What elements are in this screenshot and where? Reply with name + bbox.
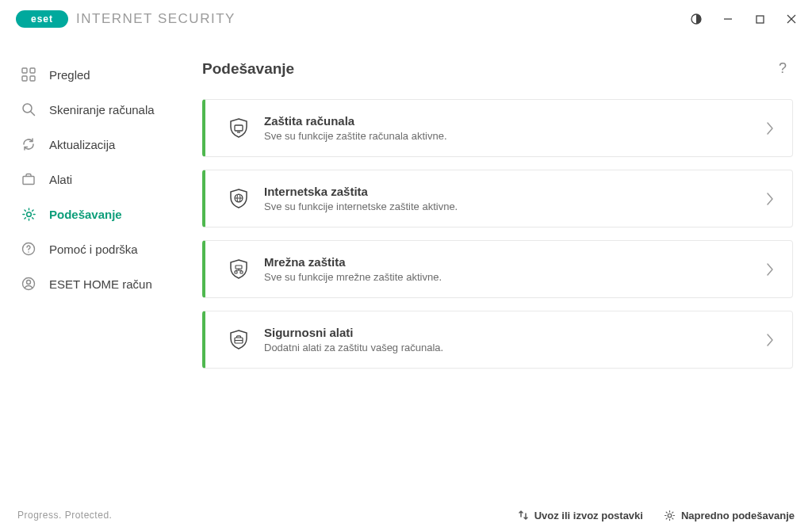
page-header: Podešavanje ? bbox=[202, 57, 793, 80]
sidebar-item-overview[interactable]: Pregled bbox=[0, 57, 202, 92]
title-bar: eset INTERNET SECURITY bbox=[0, 0, 812, 38]
card-computer-protection[interactable]: Zaštita računala Sve su funkcije zaštite… bbox=[202, 99, 793, 157]
card-body: Sigurnosni alati Dodatni alati za zaštit… bbox=[264, 326, 765, 353]
eset-logo-icon: eset bbox=[16, 10, 68, 28]
card-internet-protection[interactable]: Internetska zaštita Sve su funkcije inte… bbox=[202, 170, 793, 227]
overview-icon bbox=[21, 67, 36, 82]
card-desc: Sve su funkcije internetske zaštite akti… bbox=[264, 201, 765, 212]
sidebar-item-label: Podešavanje bbox=[49, 208, 122, 221]
svg-point-18 bbox=[27, 281, 31, 285]
svg-point-14 bbox=[26, 212, 31, 216]
magnifier-icon bbox=[21, 101, 36, 117]
svg-point-16 bbox=[28, 251, 29, 253]
card-security-tools[interactable]: Sigurnosni alati Dodatni alati za zaštit… bbox=[202, 311, 793, 369]
svg-rect-4 bbox=[756, 16, 764, 23]
svg-rect-19 bbox=[235, 125, 243, 131]
card-body: Mrežna zaštita Sve su funkcije mrežne za… bbox=[264, 255, 765, 283]
main-layout: Pregled Skeniranje računala Aktualizacij… bbox=[0, 38, 812, 499]
theme-toggle-button[interactable] bbox=[682, 7, 710, 31]
chevron-right-icon bbox=[765, 262, 775, 277]
svg-rect-24 bbox=[236, 266, 242, 269]
svg-text:eset: eset bbox=[31, 13, 53, 25]
refresh-icon bbox=[21, 136, 36, 152]
product-name: INTERNET SECURITY bbox=[76, 11, 236, 27]
card-body: Zaštita računala Sve su funkcije zaštite… bbox=[264, 114, 765, 142]
footer-actions: Uvoz ili izvoz postavki Napredno podešav… bbox=[518, 510, 795, 521]
svg-rect-13 bbox=[23, 177, 34, 185]
sidebar-item-label: Alati bbox=[49, 173, 72, 186]
sidebar-item-settings[interactable]: Podešavanje bbox=[0, 197, 202, 231]
help-icon[interactable]: ? bbox=[776, 57, 790, 80]
svg-rect-25 bbox=[235, 271, 237, 273]
sidebar-item-label: Pregled bbox=[49, 68, 90, 82]
advanced-settings-button[interactable]: Napredno podešavanje bbox=[664, 510, 795, 521]
card-title: Zaštita računala bbox=[264, 114, 765, 128]
question-circle-icon bbox=[21, 241, 36, 257]
card-desc: Dodatni alati za zaštitu vašeg računala. bbox=[264, 342, 765, 353]
sidebar-item-label: ESET HOME račun bbox=[49, 277, 152, 291]
svg-line-12 bbox=[31, 112, 35, 116]
card-network-protection[interactable]: Mrežna zaštita Sve su funkcije mrežne za… bbox=[202, 240, 793, 298]
sidebar: Pregled Skeniranje računala Aktualizacij… bbox=[0, 38, 202, 499]
page-title: Podešavanje bbox=[202, 60, 294, 78]
sidebar-item-label: Aktualizacija bbox=[49, 138, 115, 151]
footer-action-label: Uvoz ili izvoz postavki bbox=[534, 510, 643, 521]
minimize-button[interactable] bbox=[714, 7, 742, 31]
maximize-button[interactable] bbox=[745, 7, 774, 31]
card-title: Mrežna zaštita bbox=[264, 255, 765, 269]
import-export-button[interactable]: Uvoz ili izvoz postavki bbox=[518, 510, 643, 521]
import-export-icon bbox=[518, 510, 529, 521]
shield-monitor-icon bbox=[220, 117, 258, 140]
svg-rect-26 bbox=[240, 271, 243, 273]
chevron-right-icon bbox=[765, 332, 775, 348]
sidebar-item-label: Skeniranje računala bbox=[49, 103, 155, 117]
sidebar-item-scan[interactable]: Skeniranje računala bbox=[0, 92, 202, 127]
gear-icon bbox=[664, 510, 676, 521]
footer: Progress. Protected. Uvoz ili izvoz post… bbox=[0, 499, 812, 531]
briefcase-icon bbox=[21, 171, 36, 187]
user-circle-icon bbox=[21, 276, 36, 292]
card-desc: Sve su funkcije mrežne zaštite aktivne. bbox=[264, 271, 765, 283]
svg-rect-7 bbox=[22, 68, 27, 73]
footer-tagline: Progress. Protected. bbox=[17, 510, 112, 521]
card-body: Internetska zaštita Sve su funkcije inte… bbox=[264, 185, 765, 212]
gear-icon bbox=[21, 206, 36, 222]
sidebar-item-account[interactable]: ESET HOME račun bbox=[0, 266, 202, 301]
svg-point-33 bbox=[668, 514, 672, 518]
card-desc: Sve su funkcije zaštite računala aktivne… bbox=[264, 130, 765, 142]
brand: eset INTERNET SECURITY bbox=[16, 10, 236, 28]
settings-cards: Zaštita računala Sve su funkcije zaštite… bbox=[202, 99, 793, 369]
chevron-right-icon bbox=[765, 120, 775, 136]
window-controls bbox=[682, 7, 806, 31]
sidebar-item-help[interactable]: Pomoć i podrška bbox=[0, 231, 202, 266]
shield-globe-icon bbox=[220, 187, 258, 211]
sidebar-item-update[interactable]: Aktualizacija bbox=[0, 127, 202, 162]
sidebar-item-tools[interactable]: Alati bbox=[0, 162, 202, 197]
footer-action-label: Napredno podešavanje bbox=[681, 510, 795, 521]
svg-point-11 bbox=[23, 104, 32, 113]
card-title: Internetska zaštita bbox=[264, 185, 765, 198]
chevron-right-icon bbox=[765, 191, 775, 207]
svg-rect-10 bbox=[30, 76, 35, 81]
shield-network-icon bbox=[220, 258, 258, 281]
sidebar-item-label: Pomoć i podrška bbox=[49, 243, 138, 256]
svg-rect-8 bbox=[30, 68, 35, 73]
close-button[interactable] bbox=[777, 7, 806, 31]
main-content: Podešavanje ? Zaštita računala Sve su fu… bbox=[202, 38, 812, 499]
shield-briefcase-icon bbox=[220, 328, 258, 352]
card-title: Sigurnosni alati bbox=[264, 326, 765, 339]
svg-rect-9 bbox=[22, 76, 27, 81]
